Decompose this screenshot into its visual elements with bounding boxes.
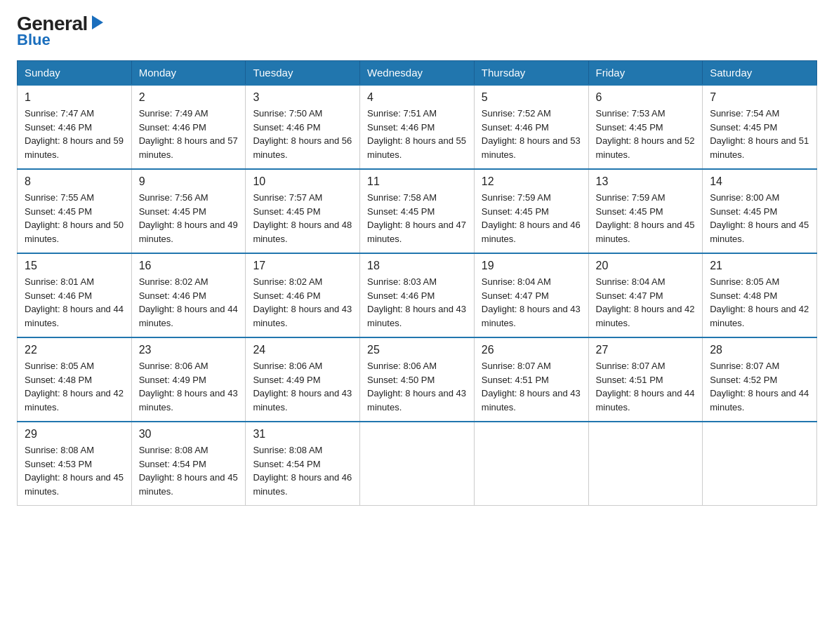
header: General Blue [17,14,817,48]
day-info: Sunrise: 8:02 AM Sunset: 4:46 PM Dayligh… [139,275,239,330]
calendar-header-monday: Monday [131,61,246,86]
calendar-cell: 12 Sunrise: 7:59 AM Sunset: 4:45 PM Dayl… [474,169,588,253]
sunrise-label: Sunrise: 8:00 AM [710,192,779,203]
sunrise-label: Sunrise: 8:08 AM [253,445,322,455]
calendar-cell: 18 Sunrise: 8:03 AM Sunset: 4:46 PM Dayl… [360,253,475,337]
daylight-label: Daylight: 8 hours and 49 minutes. [139,220,238,244]
daylight-label: Daylight: 8 hours and 42 minutes. [25,388,124,412]
day-number: 18 [367,260,467,272]
day-number: 12 [482,175,581,188]
daylight-label: Daylight: 8 hours and 46 minutes. [482,220,581,244]
sunrise-label: Sunrise: 8:05 AM [710,276,779,287]
sunset-label: Sunset: 4:49 PM [139,375,206,385]
day-number: 9 [139,175,239,188]
daylight-label: Daylight: 8 hours and 44 minutes. [25,304,124,328]
sunrise-label: Sunrise: 8:02 AM [253,276,322,287]
sunrise-label: Sunrise: 7:58 AM [367,192,437,203]
day-number: 10 [253,175,352,188]
sunset-label: Sunset: 4:46 PM [367,290,435,301]
day-info: Sunrise: 7:55 AM Sunset: 4:45 PM Dayligh… [25,191,124,246]
daylight-label: Daylight: 8 hours and 43 minutes. [253,304,352,328]
sunrise-label: Sunrise: 8:03 AM [367,276,437,287]
calendar-cell: 13 Sunrise: 7:59 AM Sunset: 4:45 PM Dayl… [588,169,703,253]
day-number: 26 [482,344,581,356]
calendar-cell [360,422,475,506]
day-number: 27 [596,344,696,356]
daylight-label: Daylight: 8 hours and 59 minutes. [25,135,124,160]
day-info: Sunrise: 8:00 AM Sunset: 4:45 PM Dayligh… [710,191,809,246]
calendar-cell: 1 Sunrise: 7:47 AM Sunset: 4:46 PM Dayli… [18,85,132,169]
day-info: Sunrise: 8:02 AM Sunset: 4:46 PM Dayligh… [253,275,352,330]
calendar-cell: 10 Sunrise: 7:57 AM Sunset: 4:45 PM Dayl… [246,169,360,253]
day-info: Sunrise: 8:08 AM Sunset: 4:53 PM Dayligh… [25,443,124,498]
calendar-week-row-5: 29 Sunrise: 8:08 AM Sunset: 4:53 PM Dayl… [18,422,817,506]
day-number: 17 [253,260,352,272]
calendar-cell: 19 Sunrise: 8:04 AM Sunset: 4:47 PM Dayl… [474,253,588,337]
sunset-label: Sunset: 4:51 PM [482,375,549,385]
day-number: 25 [367,344,467,356]
daylight-label: Daylight: 8 hours and 43 minutes. [367,388,466,412]
day-info: Sunrise: 8:04 AM Sunset: 4:47 PM Dayligh… [596,275,696,330]
calendar-week-row-3: 15 Sunrise: 8:01 AM Sunset: 4:46 PM Dayl… [18,253,817,337]
daylight-label: Daylight: 8 hours and 53 minutes. [482,135,581,160]
calendar-cell: 17 Sunrise: 8:02 AM Sunset: 4:46 PM Dayl… [246,253,360,337]
calendar-cell: 16 Sunrise: 8:02 AM Sunset: 4:46 PM Dayl… [131,253,246,337]
day-info: Sunrise: 8:01 AM Sunset: 4:46 PM Dayligh… [25,275,124,330]
calendar-cell: 9 Sunrise: 7:56 AM Sunset: 4:45 PM Dayli… [131,169,246,253]
calendar-cell: 14 Sunrise: 8:00 AM Sunset: 4:45 PM Dayl… [703,169,817,253]
sunrise-label: Sunrise: 8:07 AM [710,361,779,371]
daylight-label: Daylight: 8 hours and 46 minutes. [253,472,352,497]
daylight-label: Daylight: 8 hours and 42 minutes. [596,304,695,328]
sunrise-label: Sunrise: 8:08 AM [139,445,208,455]
day-info: Sunrise: 8:07 AM Sunset: 4:51 PM Dayligh… [596,359,696,414]
day-number: 24 [253,344,352,356]
calendar-cell [588,422,703,506]
day-info: Sunrise: 7:59 AM Sunset: 4:45 PM Dayligh… [482,191,581,246]
day-info: Sunrise: 7:49 AM Sunset: 4:46 PM Dayligh… [139,107,239,161]
day-info: Sunrise: 7:51 AM Sunset: 4:46 PM Dayligh… [367,107,467,161]
calendar-cell: 29 Sunrise: 8:08 AM Sunset: 4:53 PM Dayl… [18,422,132,506]
logo-blue-text: Blue [17,32,51,48]
day-info: Sunrise: 8:04 AM Sunset: 4:47 PM Dayligh… [482,275,581,330]
sunrise-label: Sunrise: 7:56 AM [139,192,208,203]
sunset-label: Sunset: 4:45 PM [710,122,777,133]
calendar-cell: 26 Sunrise: 8:07 AM Sunset: 4:51 PM Dayl… [474,337,588,422]
sunset-label: Sunset: 4:50 PM [367,375,435,385]
logo-arrow-icon [92,15,103,29]
sunset-label: Sunset: 4:45 PM [139,206,206,217]
sunrise-label: Sunrise: 8:07 AM [482,361,551,371]
day-number: 31 [253,428,352,441]
day-number: 19 [482,260,581,272]
sunset-label: Sunset: 4:45 PM [367,206,435,217]
daylight-label: Daylight: 8 hours and 55 minutes. [367,135,466,160]
day-number: 3 [253,91,352,104]
daylight-label: Daylight: 8 hours and 52 minutes. [596,135,695,160]
sunrise-label: Sunrise: 7:50 AM [253,108,322,119]
calendar-table: SundayMondayTuesdayWednesdayThursdayFrid… [17,60,817,506]
sunset-label: Sunset: 4:46 PM [25,290,92,301]
day-info: Sunrise: 8:03 AM Sunset: 4:46 PM Dayligh… [367,275,467,330]
daylight-label: Daylight: 8 hours and 50 minutes. [25,220,124,244]
sunset-label: Sunset: 4:46 PM [139,122,206,133]
sunset-label: Sunset: 4:46 PM [253,122,320,133]
calendar-header-saturday: Saturday [703,61,817,86]
sunset-label: Sunset: 4:47 PM [482,290,549,301]
calendar-cell: 30 Sunrise: 8:08 AM Sunset: 4:54 PM Dayl… [131,422,246,506]
day-number: 2 [139,91,239,104]
sunrise-label: Sunrise: 8:07 AM [596,361,666,371]
day-number: 14 [710,175,809,188]
calendar-cell: 15 Sunrise: 8:01 AM Sunset: 4:46 PM Dayl… [18,253,132,337]
logo: General Blue [17,14,103,48]
day-number: 11 [367,175,467,188]
day-info: Sunrise: 8:05 AM Sunset: 4:48 PM Dayligh… [710,275,809,330]
day-number: 30 [139,428,239,441]
day-number: 21 [710,260,809,272]
calendar-cell: 31 Sunrise: 8:08 AM Sunset: 4:54 PM Dayl… [246,422,360,506]
daylight-label: Daylight: 8 hours and 57 minutes. [139,135,238,160]
page: General Blue SundayMondayTuesdayWednesda… [0,0,834,523]
sunrise-label: Sunrise: 8:01 AM [25,276,94,287]
sunset-label: Sunset: 4:48 PM [25,375,92,385]
day-info: Sunrise: 7:54 AM Sunset: 4:45 PM Dayligh… [710,107,809,161]
sunset-label: Sunset: 4:54 PM [253,459,320,469]
day-number: 7 [710,91,809,104]
